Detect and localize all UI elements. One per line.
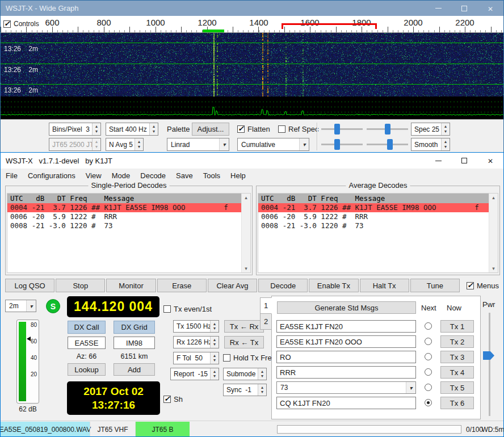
tx2-message-field[interactable]: EA5SE K1JT FN20 OOO xyxy=(276,335,416,348)
decode-row[interactable]: 0006 -20 5.9 1222 # RRR xyxy=(7,212,241,221)
tx6-next-radio[interactable] xyxy=(425,399,432,406)
slider-handle[interactable] xyxy=(334,139,340,150)
dx-grid-button[interactable]: DX Grid xyxy=(114,321,155,334)
add-button[interactable]: Add xyxy=(114,363,155,376)
erase-button[interactable]: Erase xyxy=(157,279,207,292)
spin-arrows-icon[interactable] xyxy=(210,352,219,364)
dx-grid-field[interactable]: IM98 xyxy=(114,337,155,349)
scrollbar[interactable] xyxy=(489,194,498,272)
spectrum-display-combo[interactable]: Cumulative xyxy=(237,138,309,151)
scrollbar[interactable] xyxy=(241,194,250,272)
waterfall-canvas[interactable] xyxy=(1,33,504,119)
slider-handle[interactable] xyxy=(334,124,340,135)
minimize-button[interactable] xyxy=(425,153,451,169)
flatten-checkbox[interactable]: Flatten xyxy=(237,125,270,133)
spin-arrows-icon[interactable] xyxy=(441,123,450,135)
clear-avg-button[interactable]: Clear Avg xyxy=(208,279,257,292)
spin-arrows-icon[interactable] xyxy=(441,138,450,150)
maximize-button[interactable] xyxy=(451,1,477,16)
frequency-scale[interactable]: Controls 600 800 1000 1200 1400 1600 180… xyxy=(1,16,503,33)
tx2-now-button[interactable]: Tx 2 xyxy=(440,335,474,348)
decode-row[interactable]: 0004 -21 3.7 1226 ## K1JT EA5SE IM98 OOO… xyxy=(258,203,489,212)
tx5-now-button[interactable]: Tx 5 xyxy=(440,381,474,394)
wide-graph-titlebar[interactable]: WSJT-X - Wide Graph xyxy=(1,1,503,16)
spin-arrows-icon[interactable] xyxy=(210,337,219,348)
gain2-slider[interactable] xyxy=(321,138,363,151)
smooth-spin[interactable]: Smooth 4 xyxy=(411,138,450,151)
generate-std-msgs-button[interactable]: Generate Std Msgs xyxy=(277,301,416,314)
minimize-button[interactable] xyxy=(425,1,451,16)
chevron-down-icon[interactable] xyxy=(299,138,309,150)
tx3-now-button[interactable]: Tx 3 xyxy=(440,351,474,363)
tx6-now-button[interactable]: Tx 6 xyxy=(440,397,474,409)
lookup-button[interactable]: Lookup xyxy=(68,363,106,376)
zero-slider[interactable] xyxy=(367,123,408,136)
menus-checkbox[interactable]: Menus xyxy=(467,279,499,292)
main-titlebar[interactable]: WSJT-X v1.7.1-devel by K1JT xyxy=(1,153,503,169)
chevron-down-icon[interactable] xyxy=(219,138,229,150)
n-avg-spin[interactable]: N Avg 5 xyxy=(106,138,144,151)
menu-tools[interactable]: Tools xyxy=(198,169,225,183)
rx-freq-spin[interactable]: Rx 1226 Hz xyxy=(173,336,219,348)
halt-tx-button[interactable]: Halt Tx xyxy=(360,279,409,292)
tune-button[interactable]: Tune xyxy=(410,279,460,292)
tx1-message-field[interactable]: EA5SE K1JT FN20 xyxy=(276,320,416,333)
chevron-down-icon[interactable] xyxy=(406,382,415,393)
report-spin[interactable]: Report -15 xyxy=(170,368,219,380)
log-qso-button[interactable]: Log QSO xyxy=(5,279,54,292)
spin-arrows-icon[interactable] xyxy=(258,384,266,396)
tx-even-checkbox[interactable]: Tx even/1st xyxy=(163,305,212,313)
menu-file[interactable]: File xyxy=(1,169,23,183)
tx5-next-radio[interactable] xyxy=(425,384,432,391)
enable-tx-button[interactable]: Enable Tx xyxy=(309,279,358,292)
palette-combo[interactable]: Linrad xyxy=(167,138,229,151)
spin-arrows-icon[interactable] xyxy=(135,138,143,150)
spec-percent-spin[interactable]: Spec 25 % xyxy=(411,123,450,136)
tx1-now-button[interactable]: Tx 1 xyxy=(440,320,474,333)
gain-slider[interactable] xyxy=(321,123,363,136)
hold-tx-freq-checkbox[interactable]: Hold Tx Freq xyxy=(223,354,276,362)
ref-spec-checkbox[interactable]: Ref Spec xyxy=(278,125,318,133)
waterfall[interactable]: 13:26 2m 13:26 2m 13:26 2m xyxy=(1,33,503,119)
tx2-next-radio[interactable] xyxy=(425,338,432,345)
band-select[interactable]: 2m xyxy=(5,300,36,312)
slider-handle[interactable] xyxy=(387,139,393,150)
tx3-message-field[interactable]: RO xyxy=(276,351,416,363)
maximize-button[interactable] xyxy=(451,153,477,169)
spin-arrows-icon[interactable] xyxy=(258,368,266,380)
tx4-next-radio[interactable] xyxy=(425,368,432,376)
stop-button[interactable]: Stop xyxy=(56,279,105,292)
adjust-palette-button[interactable]: Adjust... xyxy=(192,123,229,136)
close-button[interactable] xyxy=(477,153,503,169)
tx4-message-field[interactable]: RRR xyxy=(276,366,416,379)
close-button[interactable] xyxy=(477,1,503,16)
decode-row[interactable]: 0006 -20 5.9 1222 # RRR xyxy=(258,212,489,221)
submode-spin[interactable]: Submode B xyxy=(223,368,267,380)
decode-row[interactable]: 0008 -21 -3.0 1220 # 73 xyxy=(7,221,241,230)
tx5-message-combo[interactable]: 73 xyxy=(276,381,416,394)
spin-arrows-icon[interactable] xyxy=(210,368,219,380)
tx-from-rx-button[interactable]: Tx ← Rx xyxy=(224,320,264,333)
start-freq-spin[interactable]: Start 400 Hz xyxy=(106,123,158,136)
tx6-message-field[interactable]: CQ K1JT FN20 xyxy=(276,397,416,409)
decode-row[interactable]: 0008 -21 -3.0 1220 # 73 xyxy=(258,221,489,230)
menu-save[interactable]: Save xyxy=(171,169,198,183)
pwr-slider[interactable] xyxy=(489,313,490,416)
menu-configurations[interactable]: Configurations xyxy=(23,169,81,183)
zero2-slider[interactable] xyxy=(367,138,408,151)
spin-arrows-icon[interactable] xyxy=(149,123,158,135)
chevron-down-icon[interactable] xyxy=(26,300,36,312)
tab-2[interactable]: 2 xyxy=(260,313,272,330)
tab-1[interactable]: 1 xyxy=(260,297,272,314)
spin-arrows-icon[interactable] xyxy=(92,123,100,135)
spin-arrows-icon[interactable] xyxy=(210,321,219,332)
dx-call-button[interactable]: DX Call xyxy=(68,321,106,334)
menu-help[interactable]: Help xyxy=(225,169,251,183)
tx1-next-radio[interactable] xyxy=(425,322,432,330)
bins-per-pixel-spin[interactable]: Bins/Pixel 3 xyxy=(49,123,101,136)
decode-row[interactable]: 0004 -21 3.7 1226 ## K1JT EA5SE IM98 OOO… xyxy=(7,203,241,212)
decode-button[interactable]: Decode xyxy=(258,279,308,292)
rx-from-tx-button[interactable]: Rx ← Tx xyxy=(224,336,264,348)
tx-freq-spin[interactable]: Tx 1500 Hz xyxy=(173,320,219,333)
tx4-now-button[interactable]: Tx 4 xyxy=(440,366,474,379)
